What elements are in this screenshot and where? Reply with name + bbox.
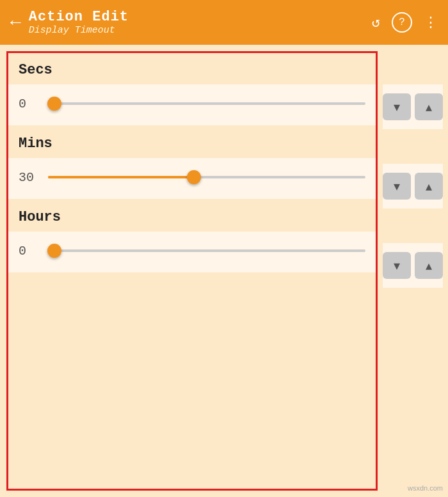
hours-up-button[interactable]: ▴: [415, 252, 443, 279]
left-panel: Secs 0 Mins 30: [6, 51, 378, 491]
secs-up-button[interactable]: ▴: [415, 93, 443, 120]
page-title: Action Edit: [29, 9, 372, 25]
hours-slider-container: [48, 243, 365, 258]
help-icon[interactable]: ?: [392, 12, 412, 33]
main-content: Secs 0 Mins 30: [0, 45, 448, 497]
mins-section: Mins 30: [8, 127, 376, 199]
secs-slider-container: [48, 96, 365, 111]
mins-value: 30: [19, 170, 39, 185]
back-button[interactable]: ←: [10, 13, 21, 33]
mins-slider-thumb[interactable]: [187, 170, 201, 184]
hours-down-button[interactable]: ▾: [383, 252, 411, 279]
hours-slider-thumb[interactable]: [47, 244, 61, 258]
hours-slider-track[interactable]: [48, 249, 365, 252]
mins-up-button[interactable]: ▴: [415, 173, 443, 200]
secs-btn-area: ▾ ▴: [383, 84, 443, 129]
watermark: wsxdn.com: [408, 484, 443, 492]
hours-section: Hours 0: [8, 200, 376, 272]
right-secs-header-spacer: [383, 51, 443, 84]
secs-body: 0: [8, 84, 376, 125]
header-title-group: Action Edit Display Timeout: [29, 9, 372, 36]
hours-body: 0: [8, 232, 376, 272]
secs-slider-thumb[interactable]: [47, 97, 61, 111]
mins-label: Mins: [19, 136, 52, 152]
mins-slider-container: [48, 170, 365, 185]
header-icons: ↺ ? ⋮: [372, 12, 438, 33]
hours-label: Hours: [19, 209, 61, 225]
header: ← Action Edit Display Timeout ↺ ? ⋮: [0, 0, 448, 45]
hours-header: Hours: [8, 200, 376, 232]
right-panel: ▾ ▴ ▾ ▴ ▾ ▴: [378, 45, 448, 497]
secs-down-button[interactable]: ▾: [383, 93, 411, 120]
mins-slider-track[interactable]: [48, 176, 365, 178]
page-subtitle: Display Timeout: [29, 25, 372, 36]
hours-btn-area: ▾ ▴: [383, 243, 443, 288]
secs-slider-track[interactable]: [48, 102, 365, 105]
secs-value: 0: [19, 97, 39, 111]
mins-header: Mins: [8, 127, 376, 158]
right-mins-header-spacer: [383, 130, 443, 164]
mins-btn-area: ▾ ▴: [383, 164, 443, 209]
secs-header: Secs: [8, 53, 376, 84]
more-icon[interactable]: ⋮: [424, 14, 438, 31]
mins-body: 30: [8, 158, 376, 199]
refresh-icon[interactable]: ↺: [372, 14, 380, 31]
hours-value: 0: [19, 244, 39, 258]
secs-section: Secs 0: [8, 53, 376, 125]
secs-label: Secs: [19, 62, 52, 78]
mins-slider-fill: [48, 176, 194, 178]
mins-down-button[interactable]: ▾: [383, 173, 411, 200]
right-hours-header-spacer: [383, 210, 443, 243]
